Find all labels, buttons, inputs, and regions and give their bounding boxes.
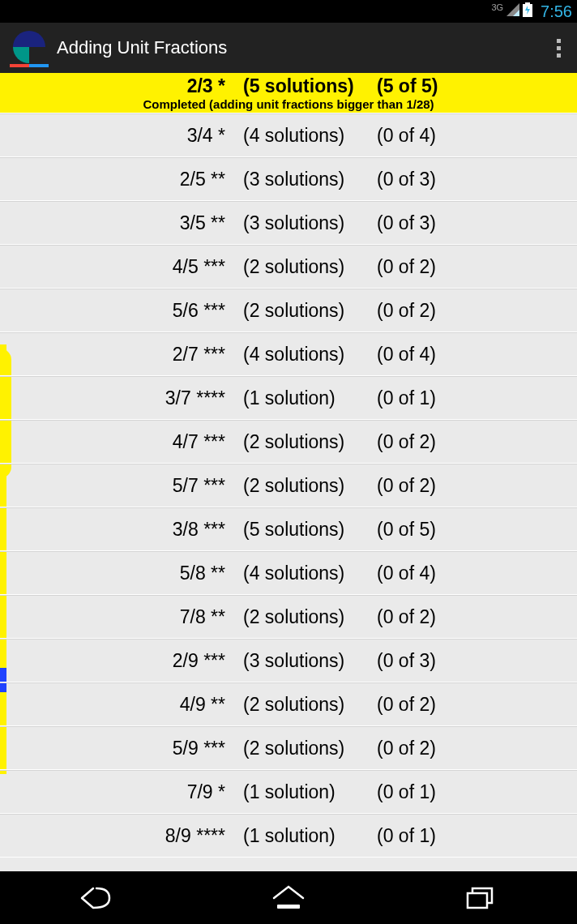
list-item[interactable]: 3/7 ****(1 solution)(0 of 1) bbox=[0, 376, 577, 420]
list-item[interactable]: 4/5 ***(2 solutions)(0 of 2) bbox=[0, 245, 577, 289]
fraction-label: 2/9 *** bbox=[0, 650, 243, 672]
list-item[interactable]: 5/6 ***(2 solutions)(0 of 2) bbox=[0, 289, 577, 332]
back-button[interactable] bbox=[64, 882, 129, 914]
progress-label: (0 of 2) bbox=[377, 300, 577, 322]
signal-icon bbox=[506, 3, 519, 19]
list-item[interactable]: 4/7 ***(2 solutions)(0 of 2) bbox=[0, 420, 577, 464]
fraction-label: 5/8 ** bbox=[0, 563, 243, 584]
solutions-label: (1 solution) bbox=[243, 387, 377, 409]
solutions-label: (5 solutions) bbox=[243, 75, 377, 97]
list-item[interactable]: 2/3 *(5 solutions)(5 of 5)Completed (add… bbox=[0, 73, 577, 113]
progress-label: (0 of 4) bbox=[377, 125, 577, 147]
list-item[interactable]: 7/8 **(2 solutions)(0 of 2) bbox=[0, 595, 577, 639]
progress-label: (0 of 2) bbox=[377, 606, 577, 628]
solutions-label: (2 solutions) bbox=[243, 738, 377, 759]
fraction-label: 4/7 *** bbox=[0, 431, 243, 453]
solutions-label: (1 solution) bbox=[243, 825, 377, 847]
solutions-label: (3 solutions) bbox=[243, 650, 377, 672]
action-bar: Adding Unit Fractions bbox=[0, 23, 577, 73]
list-item[interactable]: 8/9 ****(1 solution)(0 of 1) bbox=[0, 814, 577, 858]
list-item[interactable]: 2/9 ***(3 solutions)(0 of 3) bbox=[0, 639, 577, 682]
svg-rect-2 bbox=[277, 905, 300, 909]
list-item[interactable]: 3/5 **(3 solutions)(0 of 3) bbox=[0, 201, 577, 245]
solutions-label: (2 solutions) bbox=[243, 694, 377, 716]
solutions-label: (5 solutions) bbox=[243, 519, 377, 541]
fraction-label: 8/9 **** bbox=[0, 825, 243, 847]
progress-label: (0 of 2) bbox=[377, 738, 577, 759]
progress-label: (0 of 2) bbox=[377, 694, 577, 716]
overflow-menu-button[interactable] bbox=[550, 32, 567, 64]
solutions-label: (2 solutions) bbox=[243, 431, 377, 453]
solutions-label: (2 solutions) bbox=[243, 256, 377, 278]
fraction-label: 7/9 * bbox=[0, 781, 243, 803]
list-item[interactable]: 4/9 **(2 solutions)(0 of 2) bbox=[0, 682, 577, 726]
list-item[interactable]: 5/8 **(4 solutions)(0 of 4) bbox=[0, 551, 577, 595]
solutions-label: (2 solutions) bbox=[243, 475, 377, 497]
content-area: 2/3 *(5 solutions)(5 of 5)Completed (add… bbox=[0, 73, 577, 871]
fraction-label: 3/8 *** bbox=[0, 519, 243, 541]
list-item[interactable]: 7/9 *(1 solution)(0 of 1) bbox=[0, 770, 577, 814]
fraction-label: 4/9 ** bbox=[0, 694, 243, 716]
home-button[interactable] bbox=[256, 882, 321, 914]
status-time: 7:56 bbox=[541, 2, 572, 21]
progress-label: (0 of 3) bbox=[377, 169, 577, 190]
fraction-label: 5/9 *** bbox=[0, 738, 243, 759]
fraction-label: 5/6 *** bbox=[0, 300, 243, 322]
completed-note: Completed (adding unit fractions bigger … bbox=[0, 97, 577, 111]
solutions-label: (1 solution) bbox=[243, 781, 377, 803]
solutions-label: (4 solutions) bbox=[243, 344, 377, 366]
battery-charging-icon bbox=[523, 2, 532, 20]
solutions-label: (2 solutions) bbox=[243, 606, 377, 628]
progress-label: (0 of 1) bbox=[377, 387, 577, 409]
app-icon bbox=[10, 28, 49, 67]
svg-rect-0 bbox=[525, 2, 530, 4]
fraction-label: 2/3 * bbox=[0, 75, 243, 97]
solutions-label: (3 solutions) bbox=[243, 169, 377, 190]
fraction-label: 3/4 * bbox=[0, 125, 243, 147]
progress-label: (0 of 3) bbox=[377, 212, 577, 234]
progress-label: (0 of 2) bbox=[377, 431, 577, 453]
progress-label: (0 of 4) bbox=[377, 344, 577, 366]
list-item[interactable]: 3/4 *(4 solutions)(0 of 4) bbox=[0, 113, 577, 157]
solutions-label: (2 solutions) bbox=[243, 300, 377, 322]
recent-apps-button[interactable] bbox=[448, 882, 513, 914]
progress-label: (0 of 1) bbox=[377, 781, 577, 803]
solutions-label: (4 solutions) bbox=[243, 563, 377, 584]
list-item[interactable]: 3/8 ***(5 solutions)(0 of 5) bbox=[0, 507, 577, 551]
navigation-bar bbox=[0, 871, 577, 924]
solutions-label: (4 solutions) bbox=[243, 125, 377, 147]
progress-label: (0 of 2) bbox=[377, 475, 577, 497]
network-indicator: 3G bbox=[491, 3, 503, 12]
page-title: Adding Unit Fractions bbox=[57, 37, 227, 58]
list-item[interactable]: 5/9 ***(2 solutions)(0 of 2) bbox=[0, 726, 577, 770]
progress-label: (0 of 1) bbox=[377, 825, 577, 847]
solutions-label: (3 solutions) bbox=[243, 212, 377, 234]
list-item[interactable]: 2/5 **(3 solutions)(0 of 3) bbox=[0, 157, 577, 201]
progress-label: (0 of 3) bbox=[377, 650, 577, 672]
fraction-label: 3/7 **** bbox=[0, 387, 243, 409]
progress-label: (0 of 2) bbox=[377, 256, 577, 278]
progress-label: (0 of 5) bbox=[377, 519, 577, 541]
svg-rect-3 bbox=[468, 893, 487, 908]
list-item[interactable]: 2/7 ***(4 solutions)(0 of 4) bbox=[0, 332, 577, 376]
progress-label: (0 of 4) bbox=[377, 563, 577, 584]
fraction-label: 2/5 ** bbox=[0, 169, 243, 190]
fraction-list: 2/3 *(5 solutions)(5 of 5)Completed (add… bbox=[0, 73, 577, 858]
list-item[interactable]: 5/7 ***(2 solutions)(0 of 2) bbox=[0, 464, 577, 507]
fraction-label: 2/7 *** bbox=[0, 344, 243, 366]
fraction-label: 4/5 *** bbox=[0, 256, 243, 278]
fraction-label: 5/7 *** bbox=[0, 475, 243, 497]
progress-label: (5 of 5) bbox=[377, 75, 577, 97]
status-bar: 3G 7:56 bbox=[0, 0, 577, 23]
fraction-label: 7/8 ** bbox=[0, 606, 243, 628]
fraction-label: 3/5 ** bbox=[0, 212, 243, 234]
